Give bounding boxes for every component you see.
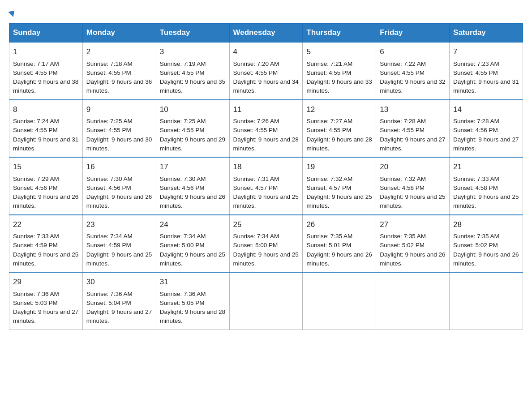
calendar-cell: 4 Sunrise: 7:20 AM Sunset: 4:55 PM Dayli… bbox=[229, 42, 303, 100]
sunset-label: Sunset: 4:55 PM bbox=[233, 127, 278, 133]
daylight-label: Daylight: 9 hours and 28 minutes. bbox=[160, 308, 225, 324]
day-number: 3 bbox=[160, 46, 226, 58]
sunset-label: Sunset: 4:55 PM bbox=[306, 127, 351, 133]
day-number: 14 bbox=[453, 104, 519, 116]
calendar-cell: 26 Sunrise: 7:35 AM Sunset: 5:01 PM Dayl… bbox=[303, 215, 376, 273]
day-number: 5 bbox=[306, 46, 372, 58]
sunset-label: Sunset: 4:58 PM bbox=[453, 184, 498, 191]
sunrise-label: Sunrise: 7:36 AM bbox=[160, 291, 206, 297]
page-header bbox=[9, 9, 523, 16]
daylight-label: Daylight: 9 hours and 26 minutes. bbox=[160, 193, 225, 209]
day-number: 20 bbox=[380, 161, 446, 173]
calendar-week-row: 15 Sunrise: 7:29 AM Sunset: 4:56 PM Dayl… bbox=[9, 157, 523, 215]
sunrise-label: Sunrise: 7:25 AM bbox=[160, 118, 206, 124]
calendar-cell: 22 Sunrise: 7:33 AM Sunset: 4:59 PM Dayl… bbox=[9, 215, 83, 273]
day-header-monday: Monday bbox=[82, 24, 156, 43]
daylight-label: Daylight: 9 hours and 32 minutes. bbox=[380, 78, 445, 94]
calendar-cell bbox=[376, 272, 450, 330]
day-number: 23 bbox=[86, 219, 152, 231]
daylight-label: Daylight: 9 hours and 27 minutes. bbox=[86, 308, 152, 324]
daylight-label: Daylight: 9 hours and 36 minutes. bbox=[86, 78, 152, 94]
daylight-label: Daylight: 9 hours and 26 minutes. bbox=[380, 251, 445, 267]
calendar-cell: 14 Sunrise: 7:28 AM Sunset: 4:56 PM Dayl… bbox=[450, 100, 523, 158]
sunset-label: Sunset: 5:01 PM bbox=[306, 242, 351, 248]
daylight-label: Daylight: 9 hours and 33 minutes. bbox=[306, 78, 372, 94]
daylight-label: Daylight: 9 hours and 27 minutes. bbox=[380, 136, 445, 152]
calendar-cell: 11 Sunrise: 7:26 AM Sunset: 4:55 PM Dayl… bbox=[229, 100, 303, 158]
daylight-label: Daylight: 9 hours and 35 minutes. bbox=[160, 78, 225, 94]
sunrise-label: Sunrise: 7:21 AM bbox=[306, 60, 352, 67]
sunset-label: Sunset: 5:00 PM bbox=[233, 242, 278, 248]
sunrise-label: Sunrise: 7:34 AM bbox=[233, 233, 279, 240]
sunset-label: Sunset: 4:55 PM bbox=[306, 69, 351, 76]
sunrise-label: Sunrise: 7:17 AM bbox=[13, 60, 59, 67]
sunset-label: Sunset: 4:55 PM bbox=[13, 69, 58, 76]
calendar-cell: 17 Sunrise: 7:30 AM Sunset: 4:56 PM Dayl… bbox=[156, 157, 229, 215]
sunset-label: Sunset: 4:56 PM bbox=[13, 184, 58, 191]
day-number: 26 bbox=[306, 219, 372, 231]
calendar-week-row: 29 Sunrise: 7:36 AM Sunset: 5:03 PM Dayl… bbox=[9, 272, 523, 330]
daylight-label: Daylight: 9 hours and 26 minutes. bbox=[13, 193, 78, 209]
calendar-header-row: SundayMondayTuesdayWednesdayThursdayFrid… bbox=[9, 24, 523, 43]
day-number: 6 bbox=[380, 46, 446, 58]
sunset-label: Sunset: 4:58 PM bbox=[380, 184, 425, 191]
daylight-label: Daylight: 9 hours and 25 minutes. bbox=[160, 251, 225, 267]
sunset-label: Sunset: 4:56 PM bbox=[86, 184, 131, 191]
day-number: 12 bbox=[306, 104, 372, 116]
sunset-label: Sunset: 4:55 PM bbox=[453, 69, 498, 76]
day-number: 10 bbox=[160, 104, 226, 116]
sunset-label: Sunset: 5:02 PM bbox=[380, 242, 425, 248]
daylight-label: Daylight: 9 hours and 26 minutes. bbox=[453, 251, 519, 267]
calendar-cell: 9 Sunrise: 7:25 AM Sunset: 4:55 PM Dayli… bbox=[82, 100, 156, 158]
sunset-label: Sunset: 5:04 PM bbox=[86, 300, 131, 306]
calendar-cell: 3 Sunrise: 7:19 AM Sunset: 4:55 PM Dayli… bbox=[156, 42, 229, 100]
day-number: 16 bbox=[86, 161, 152, 173]
sunset-label: Sunset: 4:55 PM bbox=[86, 69, 131, 76]
sunrise-label: Sunrise: 7:36 AM bbox=[86, 291, 133, 297]
sunset-label: Sunset: 4:55 PM bbox=[86, 127, 131, 133]
day-number: 17 bbox=[160, 161, 226, 173]
calendar-cell: 15 Sunrise: 7:29 AM Sunset: 4:56 PM Dayl… bbox=[9, 157, 83, 215]
calendar-week-row: 8 Sunrise: 7:24 AM Sunset: 4:55 PM Dayli… bbox=[9, 100, 523, 158]
calendar-cell: 10 Sunrise: 7:25 AM Sunset: 4:55 PM Dayl… bbox=[156, 100, 229, 158]
calendar-cell: 5 Sunrise: 7:21 AM Sunset: 4:55 PM Dayli… bbox=[303, 42, 376, 100]
sunrise-label: Sunrise: 7:25 AM bbox=[86, 118, 133, 124]
day-number: 2 bbox=[86, 46, 152, 58]
calendar-cell: 28 Sunrise: 7:35 AM Sunset: 5:02 PM Dayl… bbox=[450, 215, 523, 273]
daylight-label: Daylight: 9 hours and 31 minutes. bbox=[13, 136, 78, 152]
calendar-cell: 25 Sunrise: 7:34 AM Sunset: 5:00 PM Dayl… bbox=[229, 215, 303, 273]
day-header-sunday: Sunday bbox=[9, 24, 83, 43]
sunrise-label: Sunrise: 7:32 AM bbox=[380, 176, 426, 182]
daylight-label: Daylight: 9 hours and 30 minutes. bbox=[86, 136, 152, 152]
sunset-label: Sunset: 5:03 PM bbox=[13, 300, 58, 306]
sunset-label: Sunset: 4:55 PM bbox=[233, 69, 278, 76]
sunset-label: Sunset: 5:00 PM bbox=[160, 242, 205, 248]
calendar-cell: 23 Sunrise: 7:34 AM Sunset: 4:59 PM Dayl… bbox=[82, 215, 156, 273]
day-number: 8 bbox=[13, 104, 79, 116]
sunset-label: Sunset: 5:05 PM bbox=[160, 300, 205, 306]
sunrise-label: Sunrise: 7:23 AM bbox=[453, 60, 499, 67]
day-number: 18 bbox=[233, 161, 299, 173]
sunrise-label: Sunrise: 7:29 AM bbox=[13, 176, 59, 182]
sunrise-label: Sunrise: 7:33 AM bbox=[13, 233, 59, 240]
calendar-cell: 24 Sunrise: 7:34 AM Sunset: 5:00 PM Dayl… bbox=[156, 215, 229, 273]
day-number: 7 bbox=[453, 46, 519, 58]
sunrise-label: Sunrise: 7:33 AM bbox=[453, 176, 499, 182]
logo-triangle-icon bbox=[8, 8, 17, 17]
day-number: 22 bbox=[13, 219, 79, 231]
sunset-label: Sunset: 4:55 PM bbox=[160, 127, 205, 133]
daylight-label: Daylight: 9 hours and 26 minutes. bbox=[306, 251, 372, 267]
day-header-friday: Friday bbox=[376, 24, 450, 43]
sunrise-label: Sunrise: 7:26 AM bbox=[233, 118, 279, 124]
sunrise-label: Sunrise: 7:19 AM bbox=[160, 60, 206, 67]
daylight-label: Daylight: 9 hours and 25 minutes. bbox=[306, 193, 372, 209]
day-number: 19 bbox=[306, 161, 372, 173]
sunset-label: Sunset: 4:59 PM bbox=[13, 242, 58, 248]
day-number: 24 bbox=[160, 219, 226, 231]
day-header-saturday: Saturday bbox=[450, 24, 523, 43]
calendar-cell: 2 Sunrise: 7:18 AM Sunset: 4:55 PM Dayli… bbox=[82, 42, 156, 100]
daylight-label: Daylight: 9 hours and 27 minutes. bbox=[13, 308, 78, 324]
daylight-label: Daylight: 9 hours and 28 minutes. bbox=[306, 136, 372, 152]
calendar-cell: 31 Sunrise: 7:36 AM Sunset: 5:05 PM Dayl… bbox=[156, 272, 229, 330]
calendar-cell: 8 Sunrise: 7:24 AM Sunset: 4:55 PM Dayli… bbox=[9, 100, 83, 158]
